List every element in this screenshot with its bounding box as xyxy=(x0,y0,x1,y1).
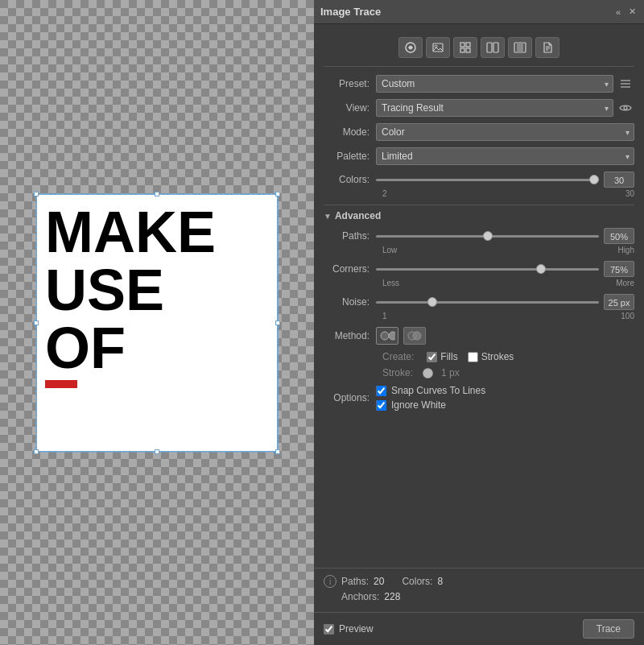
colors-slider[interactable] xyxy=(376,179,599,181)
corners-row: Corners: 75% xyxy=(324,261,634,277)
selection-handle-bm[interactable] xyxy=(155,449,159,454)
anchors-stat-value: 228 xyxy=(384,591,400,602)
advanced-arrow: ▼ xyxy=(324,212,332,221)
ignore-white-checkbox[interactable] xyxy=(376,400,386,411)
divider1 xyxy=(324,205,634,205)
colors-min-label: 2 xyxy=(382,189,387,198)
selection-handle-bl[interactable] xyxy=(34,449,39,454)
panel-footer: Preview Trace xyxy=(314,612,644,645)
panel-titlebar: Image Trace « ✕ xyxy=(314,0,644,24)
corners-less-label: Less xyxy=(382,279,399,287)
strokes-label: Strokes xyxy=(481,351,514,362)
paths-low-label: Low xyxy=(382,246,397,254)
selection-handle-tl[interactable] xyxy=(34,192,39,196)
options-controls: Snap Curves To Lines Ignore White xyxy=(376,385,634,411)
artwork-container: MAKE USE OF xyxy=(36,194,278,452)
preview-check: Preview xyxy=(324,623,374,635)
preview-checkbox[interactable] xyxy=(324,624,334,635)
create-label: Create: xyxy=(382,351,414,362)
trace-button[interactable]: Trace xyxy=(583,619,634,639)
palette-dropdown-wrapper[interactable]: Limited xyxy=(376,147,634,165)
info-icon: i xyxy=(324,575,336,588)
anchors-stat-label: Anchors: xyxy=(341,591,379,602)
mode-control: Color xyxy=(376,123,634,141)
noise-row: Noise: 25 px xyxy=(324,294,634,310)
snap-curves-checkbox[interactable] xyxy=(376,386,386,396)
artwork-line3: OF xyxy=(45,319,269,377)
stroke-label: Stroke: xyxy=(382,367,413,378)
view-select[interactable]: Tracing Result xyxy=(376,99,613,117)
mode-select[interactable]: Color xyxy=(376,123,634,141)
palette-select[interactable]: Limited xyxy=(376,147,634,165)
colors-row: Colors: 30 xyxy=(324,172,634,188)
photo-btn[interactable] xyxy=(426,37,450,58)
silhouette-btn[interactable] xyxy=(508,37,532,58)
preview-label: Preview xyxy=(339,623,374,635)
strokes-checkbox[interactable] xyxy=(468,352,478,362)
palette-row: Palette: Limited xyxy=(324,147,634,165)
colors-stat-value: 8 xyxy=(437,576,443,587)
fills-label: Fills xyxy=(440,351,457,362)
stats-row2: Anchors: 228 xyxy=(324,591,634,602)
svg-point-20 xyxy=(413,332,421,340)
stats-area: i Paths: 20 Colors: 8 Anchors: 228 xyxy=(314,568,644,612)
grid-btn[interactable] xyxy=(453,37,477,58)
stroke-radio[interactable] xyxy=(423,368,433,378)
selection-handle-ml[interactable] xyxy=(34,320,39,325)
artwork-line2: USE xyxy=(45,261,269,319)
fills-checkbox[interactable] xyxy=(427,352,437,362)
corners-range-labels: Less More xyxy=(382,279,634,287)
noise-slider[interactable] xyxy=(376,301,599,304)
selection-handle-mr[interactable] xyxy=(275,320,280,325)
noise-range-labels: 1 100 xyxy=(382,312,634,320)
corners-slider[interactable] xyxy=(376,268,599,271)
stats-row1: i Paths: 20 Colors: 8 xyxy=(324,575,634,588)
mode-dropdown-wrapper[interactable]: Color xyxy=(376,123,634,141)
svg-rect-4 xyxy=(466,43,470,47)
preset-control: Custom xyxy=(376,75,634,93)
stroke-row: Stroke: 1 px xyxy=(382,367,634,378)
ignore-white-label: Ignore White xyxy=(391,399,446,411)
selection-handle-tm[interactable] xyxy=(155,192,159,196)
panel-content: Preset: Custom View: xyxy=(314,24,644,568)
selection-handle-br[interactable] xyxy=(275,449,280,454)
noise-value: 25 px xyxy=(604,294,634,310)
red-dash xyxy=(45,380,77,388)
strokes-item: Strokes xyxy=(468,351,514,362)
document-btn[interactable] xyxy=(535,37,559,58)
view-eye-btn[interactable] xyxy=(617,99,634,117)
method-overlapping-btn[interactable] xyxy=(403,327,426,345)
paths-slider[interactable] xyxy=(376,235,599,238)
preset-menu-btn[interactable] xyxy=(617,75,634,93)
view-label: View: xyxy=(324,102,376,114)
panel-title: Image Trace xyxy=(320,6,381,18)
corners-value: 75% xyxy=(604,261,634,277)
advanced-section-header: ▼ Advanced xyxy=(324,210,634,221)
view-dropdown-wrapper[interactable]: Tracing Result xyxy=(376,99,613,117)
svg-rect-1 xyxy=(433,43,443,52)
colors-range-labels: 2 30 xyxy=(382,189,634,198)
panel-collapse-btn[interactable]: « xyxy=(614,6,622,17)
advanced-label: Advanced xyxy=(335,210,381,221)
colors-value: 30 xyxy=(604,172,634,188)
create-row: Create: Fills Strokes xyxy=(382,351,634,362)
preset-select[interactable]: Custom xyxy=(376,75,613,93)
fills-item: Fills xyxy=(427,351,457,362)
preset-dropdown-wrapper[interactable]: Custom xyxy=(376,75,613,93)
corners-label: Corners: xyxy=(324,263,376,275)
panel-close-btn[interactable]: ✕ xyxy=(627,6,638,17)
paths-high-label: High xyxy=(617,246,634,254)
auto-color-btn[interactable] xyxy=(398,37,423,58)
mode-label: Mode: xyxy=(324,126,376,138)
paths-stat-value: 20 xyxy=(374,576,384,587)
palette-label: Palette: xyxy=(324,151,376,162)
canvas-area: MAKE USE OF xyxy=(0,0,314,645)
halftone-btn[interactable] xyxy=(481,37,505,58)
selection-handle-tr[interactable] xyxy=(275,192,280,196)
noise-min-label: 1 xyxy=(382,312,387,320)
corners-control: 75% xyxy=(376,261,634,277)
snap-curves-label: Snap Curves To Lines xyxy=(391,385,485,396)
method-abutting-btn[interactable] xyxy=(376,327,398,345)
svg-point-18 xyxy=(381,332,389,340)
artwork-line1: MAKE xyxy=(45,203,269,261)
